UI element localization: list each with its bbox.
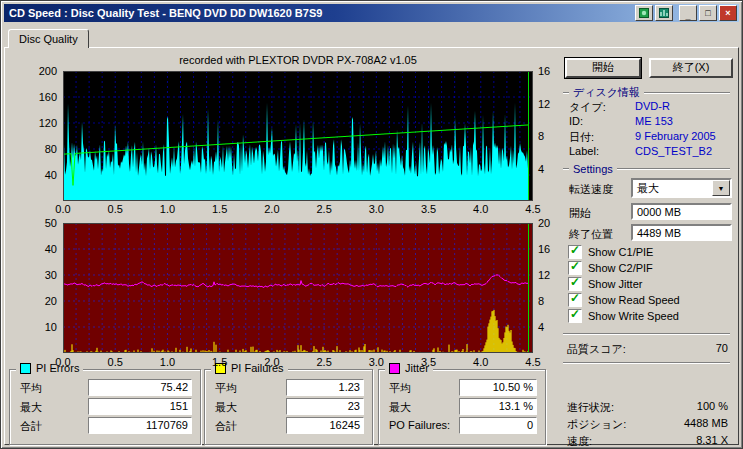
- disc-info-header: ディスク情報: [563, 85, 730, 100]
- axis-tick-label: 120: [27, 117, 57, 129]
- quality-score-label: 品質スコア:: [567, 342, 626, 357]
- axis-tick-label: 4.0: [467, 356, 495, 368]
- axis-tick-label: 8: [538, 130, 560, 142]
- axis-tick-label: 4: [538, 321, 560, 333]
- axis-tick-label: 200: [27, 65, 57, 77]
- pi-errors-legend-box: PI Errors 平均 75.42 最大 151 合計 1170769: [9, 369, 201, 445]
- checkbox-box[interactable]: ✓: [568, 293, 582, 307]
- axis-tick-label: 0.0: [49, 356, 77, 368]
- axis-tick-label: 2.0: [258, 203, 286, 215]
- chevron-down-icon: ▼: [718, 185, 725, 192]
- check-icon: ✓: [570, 291, 580, 305]
- axis-tick-label: 50: [27, 217, 57, 229]
- axis-tick-label: 0.0: [49, 203, 77, 215]
- checkbox-box[interactable]: ✓: [568, 245, 582, 259]
- avg-label: 平均: [215, 381, 237, 396]
- end-position-field[interactable]: 4489 MB: [631, 224, 732, 241]
- axis-tick-label: 10: [27, 321, 57, 333]
- axis-tick-label: 2.0: [258, 356, 286, 368]
- avg-value: 1.23: [286, 379, 364, 396]
- checkbox-show-c1-pie[interactable]: ✓Show C1/PIE: [568, 245, 653, 259]
- disc-date-value: 9 February 2005: [635, 130, 716, 142]
- axis-tick-label: 16: [538, 243, 560, 255]
- checkbox-show-jitter[interactable]: ✓Show Jitter: [568, 277, 642, 291]
- axis-tick-label: 0.5: [101, 203, 129, 215]
- speed-label: 速度:: [567, 434, 592, 449]
- avg-value: 75.42: [88, 379, 192, 396]
- disc-type-label: タイプ:: [569, 100, 606, 115]
- axis-tick-label: 3.5: [415, 203, 443, 215]
- checkbox-label: Show Read Speed: [588, 294, 680, 306]
- axis-tick-label: 4.0: [467, 203, 495, 215]
- total-value: 1170769: [88, 417, 192, 434]
- checkbox-box[interactable]: ✓: [568, 261, 582, 275]
- axis-tick-label: 80: [27, 143, 57, 155]
- axis-tick-label: 0.5: [101, 356, 129, 368]
- axis-tick-label: 40: [27, 243, 57, 255]
- axis-tick-label: 4.5: [519, 356, 547, 368]
- recorded-with-text: recorded with PLEXTOR DVDR PX-708A2 v1.0…: [63, 54, 533, 66]
- settings-header: Settings: [563, 163, 730, 175]
- dropdown-arrow-button[interactable]: ▼: [712, 180, 730, 196]
- axis-tick-label: 3.0: [362, 203, 390, 215]
- tab-disc-quality[interactable]: Disc Quality: [8, 29, 89, 48]
- disc-type-value: DVD-R: [635, 100, 670, 112]
- axis-tick-label: 1.5: [206, 356, 234, 368]
- max-label: 最大: [20, 400, 42, 415]
- start-position-label: 開始: [569, 206, 591, 221]
- axis-tick-label: 12: [538, 98, 560, 110]
- avg-value: 10.50 %: [459, 379, 537, 396]
- disc-id-label: ID:: [569, 115, 583, 127]
- progress-label: 進行状況:: [567, 400, 614, 415]
- axis-tick-label: 2.5: [310, 203, 338, 215]
- axis-tick-label: 3.0: [362, 356, 390, 368]
- start-position-field[interactable]: 0000 MB: [631, 203, 732, 220]
- check-icon: ✓: [570, 259, 580, 273]
- axis-tick-label: 160: [27, 91, 57, 103]
- quality-score-value: 70: [716, 342, 728, 354]
- avg-label: 平均: [389, 381, 411, 396]
- checkbox-label: Show Write Speed: [588, 310, 679, 322]
- disc-date-label: 日付:: [569, 130, 594, 145]
- max-value: 151: [88, 398, 192, 415]
- position-value: 4488 MB: [684, 417, 728, 429]
- jitter-legend-box: Jitter 平均 10.50 % 最大 13.1 % PO Failures:…: [378, 369, 546, 445]
- separator: [563, 362, 730, 364]
- checkbox-show-read-speed[interactable]: ✓Show Read Speed: [568, 293, 680, 307]
- disc-id-value: ME 153: [635, 115, 673, 127]
- checkbox-label: Show Jitter: [588, 278, 642, 290]
- pi-errors-chart: [63, 71, 533, 201]
- progress-value: 100 %: [697, 400, 728, 412]
- axis-tick-label: 1.5: [206, 203, 234, 215]
- checkbox-show-write-speed[interactable]: ✓Show Write Speed: [568, 309, 679, 323]
- checkbox-label: Show C1/PIE: [588, 246, 653, 258]
- checkbox-label: Show C2/PIF: [588, 262, 653, 274]
- po-failures-label: PO Failures:: [389, 419, 450, 431]
- checkbox-box[interactable]: ✓: [568, 309, 582, 323]
- axis-tick-label: 20: [538, 217, 560, 229]
- checkbox-box[interactable]: ✓: [568, 277, 582, 291]
- separator: [563, 333, 730, 335]
- axis-tick-label: 1.0: [153, 356, 181, 368]
- axis-tick-label: 30: [27, 269, 57, 281]
- total-label: 合計: [20, 419, 42, 434]
- start-button[interactable]: 開始: [565, 58, 641, 78]
- total-value: 16245: [286, 417, 364, 434]
- check-icon: ✓: [570, 243, 580, 257]
- speed-value: 8.31 X: [696, 434, 728, 446]
- disc-label-value: CDS_TEST_B2: [635, 145, 712, 157]
- max-label: 最大: [389, 400, 411, 415]
- axis-tick-label: 20: [27, 295, 57, 307]
- checkbox-show-c2-pif[interactable]: ✓Show C2/PIF: [568, 261, 653, 275]
- max-value: 13.1 %: [459, 398, 537, 415]
- axis-tick-label: 16: [538, 65, 560, 77]
- axis-tick-label: 4.5: [519, 203, 547, 215]
- exit-button[interactable]: 終了(X): [649, 58, 733, 78]
- check-icon: ✓: [570, 307, 580, 321]
- disc-label-label: Label:: [569, 145, 599, 157]
- avg-label: 平均: [20, 381, 42, 396]
- axis-tick-label: 12: [538, 269, 560, 281]
- transfer-speed-dropdown[interactable]: 最大 ▼: [631, 178, 732, 198]
- axis-tick-label: 4: [538, 163, 560, 175]
- check-icon: ✓: [570, 275, 580, 289]
